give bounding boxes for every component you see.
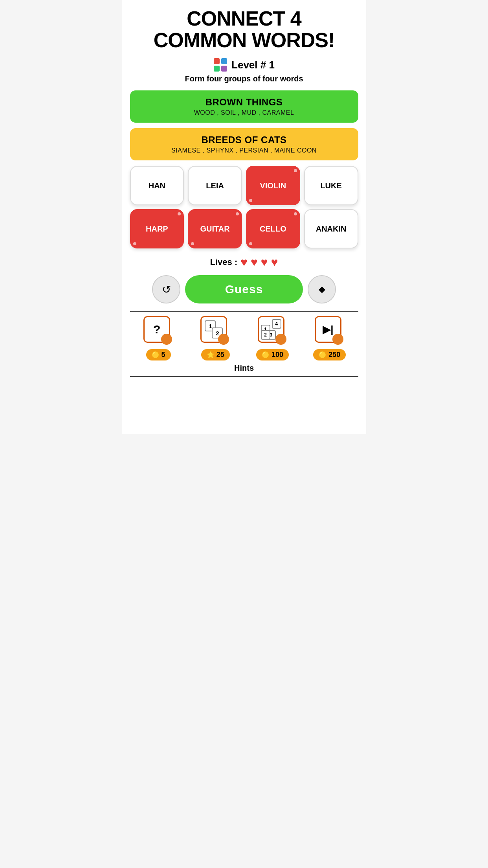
hint-reveal-badge [161,334,172,345]
word-tile-harp[interactable]: HARP [130,209,184,248]
erase-icon: ◆ [319,284,325,294]
word-tile-leia[interactable]: LEIA [188,166,242,205]
heart-4: ♥ [271,256,278,269]
category-green: BROWN THINGS WOOD , SOIL , MUD , CARAMEL [130,90,358,123]
svg-rect-3 [221,66,227,72]
coin-icon-1: 🟡 [152,351,160,359]
category-yellow-words: SIAMESE , SPHYNX , PERSIAN , MAINE COON [138,147,350,154]
category-yellow: BREEDS OF CATS SIAMESE , SPHYNX , PERSIA… [130,128,358,160]
heart-2: ♥ [251,256,258,269]
word-tile-cello[interactable]: CELLO [246,209,300,248]
word-tile-luke[interactable]: LUKE [304,166,358,205]
svg-rect-2 [214,66,220,72]
category-yellow-title: BREEDS OF CATS [138,134,350,145]
category-green-title: BROWN THINGS [138,97,350,108]
hint-skip[interactable]: ▶| 🟡 250 [301,316,358,360]
main-container: CONNECT 4COMMON WORDS! Level # 1 Form fo… [122,0,366,434]
word-grid: HANLEIAVIOLINLUKEHARPGUITARCELLOANAKIN [130,166,358,248]
word-tile-anakin[interactable]: ANAKIN [304,209,358,248]
heart-3: ♥ [261,256,268,269]
shuffle-icon: ↺ [162,283,171,296]
heart-1: ♥ [240,256,248,269]
lives-label: Lives : [210,257,238,267]
hint-skip-badge [332,334,343,345]
erase-button[interactable]: ◆ [308,275,336,303]
level-text: Level # 1 [231,59,275,71]
lives-row: Lives : ♥ ♥ ♥ ♥ [210,256,278,269]
hint-shuffle-cost: ⭐ 25 [201,349,230,360]
word-tile-violin[interactable]: VIOLIN [246,166,300,205]
bottom-border [130,376,358,377]
guess-button[interactable]: Guess [185,275,303,303]
subtitle: Form four groups of four words [185,74,303,83]
hint-reveal-icon: ? [153,323,160,336]
category-green-words: WOOD , SOIL , MUD , CARAMEL [138,109,350,116]
level-row: Level # 1 [213,58,275,72]
hint-multi-cost: 🟡 100 [256,349,289,360]
hints-grid: ? 🟡 5 1 2 [130,312,358,362]
hint-skip-cost: 🟡 250 [313,349,346,360]
hints-label: Hints [130,362,358,376]
word-tile-han[interactable]: HAN [130,166,184,205]
coin-icon-4: 🟡 [319,351,327,359]
hint-shuffle[interactable]: 1 2 ⭐ 25 [187,316,244,360]
hint-multi-badge [275,334,286,345]
shuffle-button[interactable]: ↺ [152,275,180,303]
hint-reveal-cost: 🟡 5 [146,349,171,360]
grid-icon [213,58,227,72]
hints-section: ? 🟡 5 1 2 [130,311,358,377]
coin-icon-3: 🟡 [262,351,270,359]
svg-rect-1 [221,58,227,64]
coin-icon-2: ⭐ [207,351,215,359]
hint-skip-icon: ▶| [323,324,333,336]
svg-rect-0 [214,58,220,64]
hint-reveal[interactable]: ? 🟡 5 [130,316,187,360]
hint-multi[interactable]: 4 1 3 2 🟡 100 [244,316,301,360]
word-tile-guitar[interactable]: GUITAR [188,209,242,248]
hint-shuffle-badge [218,334,229,345]
page-title: CONNECT 4COMMON WORDS! [154,8,335,51]
action-row: ↺ Guess ◆ [130,275,358,303]
